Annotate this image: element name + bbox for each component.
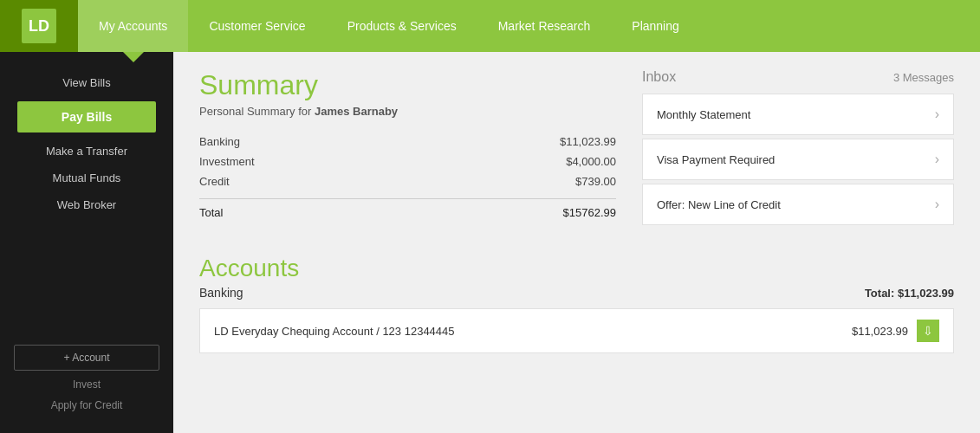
logo-box: LD	[0, 0, 78, 52]
sidebar-mutual-funds[interactable]: Mutual Funds	[0, 165, 173, 191]
logo-initials: LD	[22, 9, 56, 43]
chevron-right-icon: ›	[935, 197, 939, 212]
accounts-subtitle-row: Banking Total: $11,023.99	[199, 286, 954, 300]
summary-subtitle: Personal Summary for James Barnaby	[199, 105, 616, 118]
summary-row-credit: Credit $739.00	[199, 171, 616, 191]
account-right: $11,023.99 ⇩	[852, 320, 939, 342]
nav-item-products-services[interactable]: Products & Services	[327, 0, 477, 52]
chevron-right-icon: ›	[935, 152, 939, 167]
top-navigation: LD My Accounts Customer Service Products…	[0, 0, 980, 52]
sidebar-add-account-button[interactable]: + Account	[14, 345, 159, 371]
nav-item-my-accounts[interactable]: My Accounts	[78, 0, 188, 52]
inbox-item-monthly-statement[interactable]: Monthly Statement ›	[642, 94, 954, 135]
main-layout: View Bills Pay Bills Make a Transfer Mut…	[0, 52, 980, 433]
inbox-item-label: Monthly Statement	[657, 108, 750, 121]
sidebar-bottom: + Account Invest Apply for Credit	[0, 341, 173, 433]
sidebar-divider	[0, 218, 173, 341]
summary-row-total: Total $15762.99	[199, 198, 616, 223]
sidebar-view-bills[interactable]: View Bills	[0, 69, 173, 96]
summary-title: Summary	[199, 69, 616, 101]
account-download-button[interactable]: ⇩	[917, 320, 939, 342]
inbox-item-label: Offer: New Line of Credit	[657, 198, 781, 211]
inbox-panel: Inbox 3 Messages Monthly Statement › Vis…	[642, 69, 954, 229]
summary-panel: Summary Personal Summary for James Barna…	[199, 69, 616, 229]
account-name: LD Everyday Chequing Account / 123 12344…	[214, 325, 455, 338]
accounts-total: Total: $11,023.99	[865, 287, 954, 300]
inbox-header: Inbox 3 Messages	[642, 69, 954, 85]
nav-item-planning[interactable]: Planning	[611, 0, 700, 52]
accounts-section: Accounts Banking Total: $11,023.99 LD Ev…	[199, 255, 954, 353]
account-row: LD Everyday Chequing Account / 123 12344…	[199, 308, 954, 353]
inbox-item-label: Visa Payment Required	[657, 153, 775, 166]
sidebar-web-broker[interactable]: Web Broker	[0, 191, 173, 218]
inbox-message-count: 3 Messages	[893, 71, 954, 84]
sidebar-make-transfer[interactable]: Make a Transfer	[0, 138, 173, 165]
inbox-item-offer-credit[interactable]: Offer: New Line of Credit ›	[642, 184, 954, 225]
summary-table: Banking $11,023.99 Investment $4,000.00 …	[199, 132, 616, 223]
account-amount: $11,023.99	[852, 325, 908, 338]
sidebar-pay-bills-button[interactable]: Pay Bills	[17, 101, 156, 132]
nav-item-customer-service[interactable]: Customer Service	[188, 0, 326, 52]
sidebar: View Bills Pay Bills Make a Transfer Mut…	[0, 52, 173, 433]
sidebar-invest-link[interactable]: Invest	[0, 374, 173, 395]
nav-items: My Accounts Customer Service Products & …	[78, 0, 980, 52]
chevron-right-icon: ›	[935, 107, 939, 122]
inbox-title: Inbox	[642, 69, 676, 85]
accounts-title: Accounts	[199, 255, 954, 282]
summary-row-investment: Investment $4,000.00	[199, 152, 616, 171]
content-area: Summary Personal Summary for James Barna…	[173, 52, 980, 433]
sidebar-apply-credit-link[interactable]: Apply for Credit	[0, 395, 173, 416]
accounts-category: Banking	[199, 286, 243, 300]
top-section: Summary Personal Summary for James Barna…	[199, 69, 954, 229]
summary-row-banking: Banking $11,023.99	[199, 132, 616, 152]
inbox-item-visa-payment[interactable]: Visa Payment Required ›	[642, 139, 954, 180]
nav-item-market-research[interactable]: Market Research	[477, 0, 612, 52]
